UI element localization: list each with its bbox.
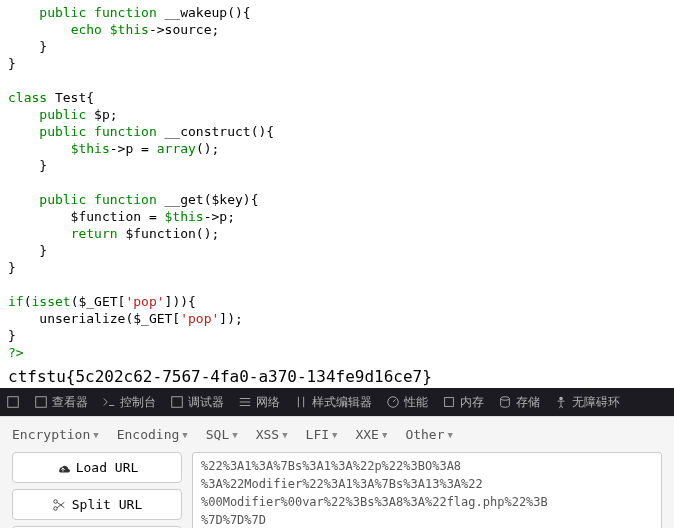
devtools-style[interactable]: 样式编辑器 (294, 394, 372, 411)
caret-icon: ▼ (232, 430, 237, 440)
devtools-storage[interactable]: 存储 (498, 394, 540, 411)
menu-encoding[interactable]: Encoding ▼ (117, 427, 188, 442)
svg-rect-1 (36, 397, 47, 408)
devtools-memory[interactable]: 内存 (442, 394, 484, 411)
load-url-button[interactable]: Load URL (12, 452, 182, 483)
caret-icon: ▼ (182, 430, 187, 440)
devtools-console[interactable]: 控制台 (102, 394, 156, 411)
svg-rect-0 (8, 397, 19, 408)
code-editor: public function __wakeup(){ echo $this->… (0, 0, 674, 365)
caret-icon: ▼ (332, 430, 337, 440)
svg-point-8 (54, 506, 58, 510)
svg-point-6 (559, 397, 563, 401)
devtools-a11y[interactable]: 无障碍环 (554, 394, 620, 411)
devtools-inspector[interactable]: 查看器 (34, 394, 88, 411)
devtools-close-icon[interactable] (6, 395, 20, 409)
devtools-perf[interactable]: 性能 (386, 394, 428, 411)
caret-icon: ▼ (93, 430, 98, 440)
url-payload-textarea[interactable]: %22%3A1%3A%7Bs%3A1%3A%22p%22%3BO%3A8 %3A… (192, 452, 662, 528)
caret-icon: ▼ (282, 430, 287, 440)
devtools-debugger[interactable]: 调试器 (170, 394, 224, 411)
scissors-icon (52, 498, 66, 512)
svg-rect-2 (172, 397, 183, 408)
menu-other[interactable]: Other ▼ (405, 427, 453, 442)
cloud-icon (56, 461, 70, 475)
hackbar-menu: Encryption ▼ Encoding ▼ SQL ▼ XSS ▼ LFI … (12, 427, 662, 442)
svg-point-5 (501, 397, 510, 401)
menu-lfi[interactable]: LFI ▼ (306, 427, 338, 442)
devtools-network[interactable]: 网络 (238, 394, 280, 411)
hackbar-panel: Encryption ▼ Encoding ▼ SQL ▼ XSS ▼ LFI … (0, 416, 674, 528)
menu-sql[interactable]: SQL ▼ (206, 427, 238, 442)
svg-rect-4 (445, 398, 454, 407)
menu-encryption[interactable]: Encryption ▼ (12, 427, 99, 442)
split-url-button[interactable]: Split URL (12, 489, 182, 520)
menu-xxe[interactable]: XXE ▼ (355, 427, 387, 442)
svg-point-7 (54, 499, 58, 503)
devtools-toolbar[interactable]: 查看器 控制台 调试器 网络 样式编辑器 性能 内存 存储 无障碍环 (0, 388, 674, 416)
caret-icon: ▼ (382, 430, 387, 440)
flag-output: ctfstu{5c202c62-7567-4fa0-a370-134fe9d16… (0, 365, 674, 388)
caret-icon: ▼ (448, 430, 453, 440)
menu-xss[interactable]: XSS ▼ (256, 427, 288, 442)
